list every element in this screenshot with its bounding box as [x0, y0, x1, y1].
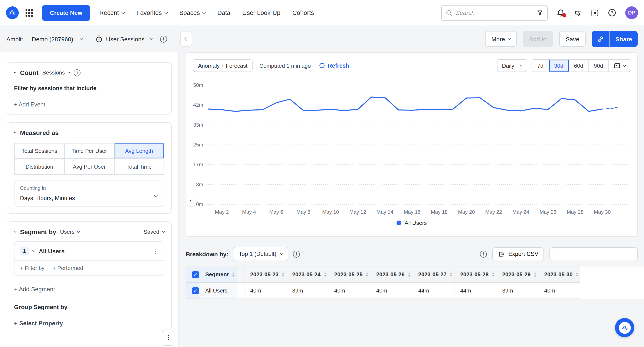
chart-left-panel-button[interactable] — [187, 196, 195, 207]
amplitude-assistant-fab[interactable] — [615, 318, 634, 337]
segment-number-badge[interactable]: 1 — [20, 247, 29, 256]
column-header-2023-05-27[interactable]: 2023-05-27 — [412, 267, 454, 283]
create-new-button[interactable]: Create New — [42, 5, 90, 21]
measure-time-per-user[interactable]: Time Per User — [64, 143, 114, 159]
line-chart[interactable]: 50m42m33m25m17m8m0mMay 2May 4May 6May 8M… — [186, 75, 638, 218]
collapse-section-icon[interactable] — [14, 71, 16, 74]
sidebar-more-menu-button[interactable] — [162, 330, 174, 346]
svg-text:May 6: May 6 — [269, 209, 283, 215]
range-60d[interactable]: 60d — [568, 60, 588, 71]
help-icon[interactable]: ? — [608, 8, 616, 17]
anomaly-forecast-button[interactable]: Anomaly + Forecast — [193, 59, 252, 72]
legend-label-all-users[interactable]: All Users — [405, 220, 427, 226]
add-event-button[interactable]: + Add Event — [14, 101, 164, 108]
save-button[interactable]: Save — [559, 31, 586, 47]
breakdown-info-icon[interactable]: i — [293, 251, 300, 257]
measure-distribution[interactable]: Distribution — [14, 159, 64, 175]
sidebar-scroll-area[interactable]: Count Sessions i Filter by sessions that… — [0, 52, 178, 328]
column-header-2023-05-29[interactable]: 2023-05-29 — [496, 267, 538, 283]
segment-name-cell[interactable]: All Users — [199, 283, 237, 299]
granularity-select[interactable]: Daily — [497, 59, 528, 72]
breakdown-top-select[interactable]: Top 1 (Default) — [233, 247, 288, 261]
svg-text:8m: 8m — [196, 182, 203, 187]
column-header-2023-05-23[interactable]: 2023-05-23 — [244, 267, 286, 283]
performed-button[interactable]: + Performed — [52, 265, 83, 271]
notifications-bell-icon[interactable] — [557, 9, 565, 17]
add-to-button[interactable]: Add to — [522, 31, 553, 47]
column-header-2023-05-28[interactable]: 2023-05-28 — [454, 267, 496, 283]
count-card: Count Sessions i Filter by sessions that… — [7, 62, 172, 114]
count-info-icon[interactable]: i — [74, 69, 80, 76]
segment-menu-icon[interactable]: ⋮ — [152, 248, 158, 254]
project-switcher[interactable]: Amplit... Demo (287960) — [6, 35, 82, 42]
search-input[interactable] — [456, 9, 533, 16]
nav-data[interactable]: Data — [217, 9, 230, 16]
measure-total-sessions[interactable]: Total Sessions — [14, 143, 64, 159]
segment-box: 1 All Users ⋮ + Filter by + Performed — [14, 241, 164, 276]
row-select-cell[interactable]: ✓ — [186, 283, 199, 299]
select-property-button[interactable]: + Select Property — [14, 320, 164, 327]
collapse-section-icon[interactable] — [14, 132, 16, 134]
legend-dot-all-users — [396, 221, 401, 225]
chart-info-icon[interactable]: i — [160, 35, 167, 42]
segment-name[interactable]: All Users — [39, 248, 64, 254]
add-segment-button[interactable]: + Add Segment — [14, 286, 164, 293]
nav-spaces[interactable]: Spaces — [179, 9, 206, 16]
row-checkbox[interactable]: ✓ — [192, 271, 199, 278]
copy-link-button[interactable] — [592, 31, 610, 47]
range-30d[interactable]: 30d — [548, 60, 568, 71]
more-button[interactable]: More — [485, 31, 517, 47]
column-header-2023-05-26[interactable]: 2023-05-26 — [370, 267, 412, 283]
table-search-input[interactable] — [558, 251, 633, 257]
column-header-2023-05-25[interactable]: 2023-05-25 — [328, 267, 370, 283]
custom-date-range-button[interactable] — [608, 60, 631, 71]
table-info-icon[interactable]: i — [480, 251, 487, 257]
range-90d[interactable]: 90d — [588, 60, 608, 71]
nav-user-look-up[interactable]: User Look-Up — [242, 9, 280, 16]
global-search[interactable] — [441, 5, 548, 21]
connections-icon[interactable] — [574, 9, 582, 17]
counting-in-select[interactable]: Counting in Days, Hours, Minutes — [14, 181, 164, 207]
value-cell-2023-05-24: 39m — [286, 283, 328, 299]
column-header-2023-05-30[interactable]: 2023-05-30 — [538, 267, 580, 283]
column-header-segment[interactable]: Segment — [199, 267, 237, 283]
counting-in-value: Days, Hours, Minutes — [20, 195, 158, 201]
nav-cohorts[interactable]: Cohorts — [292, 9, 314, 16]
sidebar-collapse-button[interactable] — [180, 31, 192, 47]
sort-icon — [492, 273, 494, 277]
measure-total-time[interactable]: Total Time — [114, 159, 164, 175]
nav-favorites[interactable]: Favorites — [136, 9, 167, 16]
amplitude-logo-icon[interactable] — [6, 6, 19, 19]
measure-avg-length[interactable]: Avg Length — [114, 143, 164, 159]
breakdown-table-wrap[interactable]: ✓Segment2023-05-232023-05-242023-05-2520… — [186, 267, 644, 299]
svg-text:May 14: May 14 — [376, 209, 393, 215]
sort-icon — [282, 273, 284, 277]
range-7d[interactable]: 7d — [532, 60, 548, 71]
amplitude-app: Create New Recent Favorites Spaces Data … — [0, 0, 644, 347]
sidebar-footer — [0, 328, 178, 347]
apps-grid-icon[interactable] — [26, 9, 33, 16]
dashed-square-icon[interactable] — [591, 9, 599, 17]
share-button[interactable]: Share — [610, 31, 638, 47]
chevron-down-icon[interactable] — [32, 249, 35, 252]
event-type-dropdown[interactable]: Sessions — [42, 69, 70, 76]
chart-title-dropdown[interactable]: User Sessions — [96, 35, 153, 42]
segment-entity-dropdown[interactable]: Users — [60, 229, 80, 235]
chevron-down-icon — [623, 63, 626, 66]
table-search[interactable] — [550, 247, 638, 261]
row-checkbox[interactable]: ✓ — [192, 287, 199, 294]
export-csv-button[interactable]: Export CSV — [492, 247, 544, 261]
nav-recent[interactable]: Recent — [100, 9, 124, 16]
filter-by-button[interactable]: + Filter by — [20, 265, 44, 271]
collapse-section-icon[interactable] — [14, 231, 16, 233]
user-avatar[interactable]: DP — [625, 6, 638, 19]
main-nav: Recent Favorites Spaces Data User Look-U… — [100, 9, 314, 16]
chevron-left-icon — [190, 200, 192, 203]
measure-avg-per-user[interactable]: Avg Per User — [64, 159, 114, 175]
refresh-button[interactable]: Refresh — [318, 62, 349, 69]
chevron-down-icon — [67, 70, 70, 73]
select-all-cell[interactable]: ✓ — [186, 267, 199, 283]
column-header-2023-05-24[interactable]: 2023-05-24 — [286, 267, 328, 283]
saved-segments-dropdown[interactable]: Saved — [144, 229, 164, 235]
table-header-row: ✓Segment2023-05-232023-05-242023-05-2520… — [186, 267, 644, 283]
